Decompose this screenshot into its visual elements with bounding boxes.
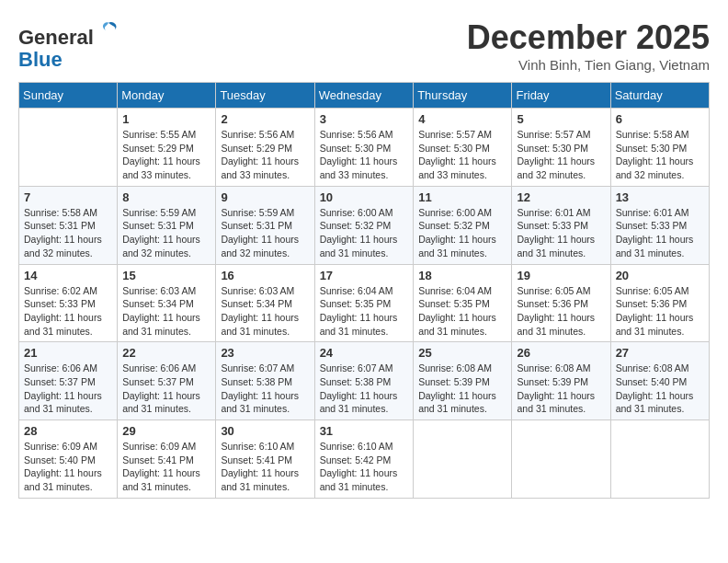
day-info: Sunrise: 5:59 AMSunset: 5:31 PMDaylight:…: [122, 206, 210, 260]
calendar-cell: 13Sunrise: 6:01 AMSunset: 5:33 PMDayligh…: [610, 186, 709, 264]
day-info: Sunrise: 6:08 AMSunset: 5:40 PMDaylight:…: [616, 362, 704, 416]
day-number: 3: [320, 112, 409, 126]
calendar-cell: 1Sunrise: 5:55 AMSunset: 5:29 PMDaylight…: [118, 109, 216, 187]
calendar-week-row: 1Sunrise: 5:55 AMSunset: 5:29 PMDaylight…: [19, 109, 710, 187]
calendar-cell: 6Sunrise: 5:58 AMSunset: 5:30 PMDaylight…: [610, 109, 709, 187]
calendar-cell: 28Sunrise: 6:09 AMSunset: 5:40 PMDayligh…: [19, 420, 118, 499]
day-number: 15: [122, 269, 210, 282]
day-info: Sunrise: 6:03 AMSunset: 5:34 PMDaylight:…: [221, 284, 309, 339]
day-info: Sunrise: 5:58 AMSunset: 5:31 PMDaylight:…: [24, 206, 112, 260]
day-number: 7: [24, 190, 112, 204]
calendar-cell: 24Sunrise: 6:07 AMSunset: 5:38 PMDayligh…: [314, 342, 414, 420]
logo-general: General: [18, 26, 94, 49]
calendar-cell: [414, 420, 512, 499]
day-number: 25: [418, 346, 506, 360]
calendar-cell: 9Sunrise: 5:59 AMSunset: 5:31 PMDaylight…: [216, 186, 314, 264]
calendar-cell: [610, 420, 709, 499]
calendar-cell: 29Sunrise: 6:09 AMSunset: 5:41 PMDayligh…: [118, 420, 216, 499]
calendar-cell: 25Sunrise: 6:08 AMSunset: 5:39 PMDayligh…: [414, 342, 512, 420]
logo-bird-icon: [96, 18, 121, 44]
calendar-cell: 30Sunrise: 6:10 AMSunset: 5:41 PMDayligh…: [216, 420, 314, 499]
page-header: General Blue December 2025 Vinh Binh, Ti…: [18, 18, 710, 73]
calendar-week-row: 21Sunrise: 6:06 AMSunset: 5:37 PMDayligh…: [19, 342, 710, 420]
day-info: Sunrise: 6:01 AMSunset: 5:33 PMDaylight:…: [517, 206, 605, 260]
day-info: Sunrise: 6:10 AMSunset: 5:42 PMDaylight:…: [320, 440, 409, 494]
day-number: 28: [24, 424, 112, 438]
calendar-table: SundayMondayTuesdayWednesdayThursdayFrid…: [18, 82, 710, 499]
weekday-header-monday: Monday: [118, 83, 216, 109]
day-info: Sunrise: 6:10 AMSunset: 5:41 PMDaylight:…: [221, 440, 309, 494]
day-number: 24: [320, 346, 409, 360]
day-info: Sunrise: 5:58 AMSunset: 5:30 PMDaylight:…: [616, 128, 704, 182]
title-area: December 2025 Vinh Binh, Tien Giang, Vie…: [467, 18, 710, 73]
calendar-cell: 26Sunrise: 6:08 AMSunset: 5:39 PMDayligh…: [512, 342, 610, 420]
calendar-cell: 21Sunrise: 6:06 AMSunset: 5:37 PMDayligh…: [19, 342, 118, 420]
calendar-cell: [512, 420, 610, 499]
calendar-cell: 11Sunrise: 6:00 AMSunset: 5:32 PMDayligh…: [414, 186, 512, 264]
day-number: 20: [616, 269, 704, 282]
day-number: 17: [320, 269, 409, 282]
day-info: Sunrise: 5:59 AMSunset: 5:31 PMDaylight:…: [221, 206, 309, 260]
weekday-header-thursday: Thursday: [414, 83, 512, 109]
weekday-header-saturday: Saturday: [610, 83, 709, 109]
day-number: 16: [221, 269, 309, 282]
day-number: 13: [616, 190, 704, 204]
month-title: December 2025: [467, 18, 710, 57]
day-info: Sunrise: 6:08 AMSunset: 5:39 PMDaylight:…: [517, 362, 605, 416]
weekday-header-friday: Friday: [512, 83, 610, 109]
weekday-header-sunday: Sunday: [19, 83, 118, 109]
day-number: 9: [221, 190, 309, 204]
day-number: 27: [616, 346, 704, 360]
day-number: 31: [320, 424, 409, 438]
day-number: 23: [221, 346, 309, 360]
calendar-cell: 15Sunrise: 6:03 AMSunset: 5:34 PMDayligh…: [118, 264, 216, 342]
day-info: Sunrise: 6:07 AMSunset: 5:38 PMDaylight:…: [221, 362, 309, 416]
day-info: Sunrise: 6:04 AMSunset: 5:35 PMDaylight:…: [320, 284, 409, 339]
day-number: 1: [122, 112, 210, 126]
logo: General Blue: [18, 18, 121, 71]
weekday-header-row: SundayMondayTuesdayWednesdayThursdayFrid…: [19, 83, 710, 109]
calendar-cell: 2Sunrise: 5:56 AMSunset: 5:29 PMDaylight…: [216, 109, 314, 187]
day-info: Sunrise: 6:06 AMSunset: 5:37 PMDaylight:…: [24, 362, 112, 416]
weekday-header-wednesday: Wednesday: [314, 83, 414, 109]
day-info: Sunrise: 5:55 AMSunset: 5:29 PMDaylight:…: [122, 128, 210, 182]
calendar-cell: 23Sunrise: 6:07 AMSunset: 5:38 PMDayligh…: [216, 342, 314, 420]
day-info: Sunrise: 6:09 AMSunset: 5:40 PMDaylight:…: [24, 440, 112, 494]
day-info: Sunrise: 5:57 AMSunset: 5:30 PMDaylight:…: [517, 128, 605, 182]
day-info: Sunrise: 6:01 AMSunset: 5:33 PMDaylight:…: [616, 206, 704, 260]
calendar-week-row: 7Sunrise: 5:58 AMSunset: 5:31 PMDaylight…: [19, 186, 710, 264]
calendar-cell: 20Sunrise: 6:05 AMSunset: 5:36 PMDayligh…: [610, 264, 709, 342]
day-info: Sunrise: 6:04 AMSunset: 5:35 PMDaylight:…: [418, 284, 506, 339]
calendar-cell: 16Sunrise: 6:03 AMSunset: 5:34 PMDayligh…: [216, 264, 314, 342]
calendar-cell: 31Sunrise: 6:10 AMSunset: 5:42 PMDayligh…: [314, 420, 414, 499]
location-subtitle: Vinh Binh, Tien Giang, Vietnam: [467, 57, 710, 73]
calendar-cell: 19Sunrise: 6:05 AMSunset: 5:36 PMDayligh…: [512, 264, 610, 342]
day-number: 8: [122, 190, 210, 204]
calendar-week-row: 28Sunrise: 6:09 AMSunset: 5:40 PMDayligh…: [19, 420, 710, 499]
day-info: Sunrise: 5:56 AMSunset: 5:29 PMDaylight:…: [221, 128, 309, 182]
day-number: 26: [517, 346, 605, 360]
calendar-cell: 8Sunrise: 5:59 AMSunset: 5:31 PMDaylight…: [118, 186, 216, 264]
calendar-cell: 10Sunrise: 6:00 AMSunset: 5:32 PMDayligh…: [314, 186, 414, 264]
calendar-week-row: 14Sunrise: 6:02 AMSunset: 5:33 PMDayligh…: [19, 264, 710, 342]
day-number: 12: [517, 190, 605, 204]
day-info: Sunrise: 6:00 AMSunset: 5:32 PMDaylight:…: [418, 206, 506, 260]
day-number: 6: [616, 112, 704, 126]
day-info: Sunrise: 5:56 AMSunset: 5:30 PMDaylight:…: [320, 128, 409, 182]
day-number: 30: [221, 424, 309, 438]
day-number: 22: [122, 346, 210, 360]
day-info: Sunrise: 6:05 AMSunset: 5:36 PMDaylight:…: [616, 284, 704, 339]
day-info: Sunrise: 6:06 AMSunset: 5:37 PMDaylight:…: [122, 362, 210, 416]
calendar-cell: 4Sunrise: 5:57 AMSunset: 5:30 PMDaylight…: [414, 109, 512, 187]
day-number: 19: [517, 269, 605, 282]
day-info: Sunrise: 6:09 AMSunset: 5:41 PMDaylight:…: [122, 440, 210, 494]
day-number: 5: [517, 112, 605, 126]
day-info: Sunrise: 6:00 AMSunset: 5:32 PMDaylight:…: [320, 206, 409, 260]
calendar-cell: 27Sunrise: 6:08 AMSunset: 5:40 PMDayligh…: [610, 342, 709, 420]
calendar-cell: 18Sunrise: 6:04 AMSunset: 5:35 PMDayligh…: [414, 264, 512, 342]
logo-blue: Blue: [18, 48, 63, 71]
calendar-cell: 17Sunrise: 6:04 AMSunset: 5:35 PMDayligh…: [314, 264, 414, 342]
day-number: 4: [418, 112, 506, 126]
day-info: Sunrise: 6:07 AMSunset: 5:38 PMDaylight:…: [320, 362, 409, 416]
weekday-header-tuesday: Tuesday: [216, 83, 314, 109]
